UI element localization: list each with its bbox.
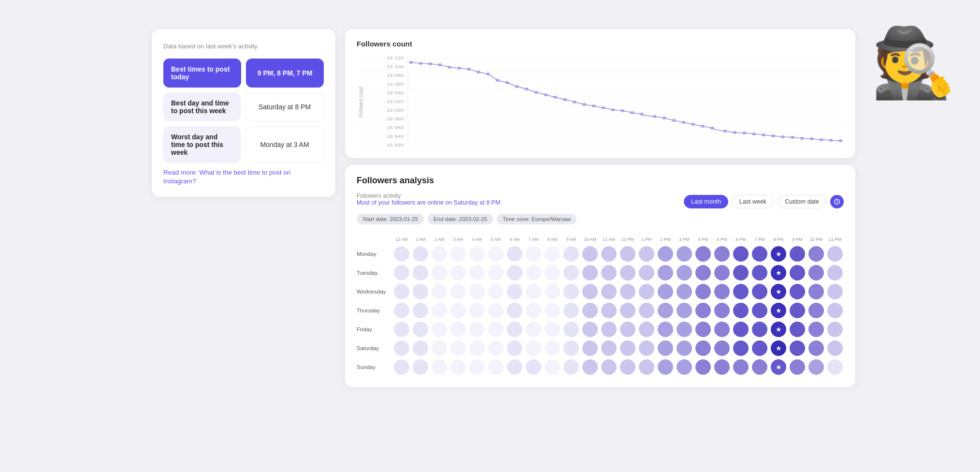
hour-label: 5 PM [713, 232, 731, 244]
filter-custom-date[interactable]: Custom date [778, 195, 826, 208]
svg-point-24 [496, 79, 500, 82]
heatmap-cell [733, 265, 749, 280]
best-times-today-label[interactable]: Best times to post today [163, 59, 241, 88]
heatmap-cell [394, 265, 409, 280]
heatmap-cell [394, 322, 409, 337]
heatmap-cell [808, 303, 824, 318]
svg-text:19 100: 19 100 [387, 64, 404, 69]
heatmap-cell [526, 246, 541, 262]
svg-point-40 [653, 115, 657, 118]
worst-day-label[interactable]: Worst day and time to post this week [163, 126, 241, 163]
heatmap-cell [714, 322, 730, 337]
heatmap-cell [450, 265, 466, 280]
heatmap-cell [639, 359, 654, 375]
heatmap-cell [620, 359, 635, 375]
svg-point-29 [544, 93, 548, 96]
heatmap-cell [507, 284, 522, 299]
heatmap-cell [677, 284, 692, 299]
heatmap-cell [488, 284, 504, 299]
heatmap-cell [469, 340, 485, 356]
heatmap-cell [413, 265, 428, 280]
heatmap-cell [620, 246, 635, 262]
svg-point-34 [592, 104, 596, 107]
heatmap-cell [639, 322, 654, 337]
svg-point-52 [771, 134, 775, 137]
heatmap-cell [545, 359, 560, 375]
heatmap-cell [620, 340, 635, 356]
heatmap-cell [695, 322, 711, 337]
heatmap-cell [582, 284, 598, 299]
detective-avatar: 🕵️ [871, 29, 956, 97]
heatmap-cell [714, 265, 730, 280]
heatmap-cell [488, 340, 504, 356]
hour-label: 8 PM [770, 232, 787, 244]
heatmap-cell: ★ [771, 322, 786, 337]
heatmap-cell [733, 246, 749, 262]
heatmap-cell [563, 359, 579, 375]
heatmap-cell [563, 322, 579, 337]
heatmap-cell [658, 322, 673, 337]
heatmap-cell [601, 265, 617, 280]
day-label: Sunday [357, 358, 391, 376]
heatmap-cell [563, 284, 579, 299]
svg-point-45 [701, 125, 705, 128]
heatmap-cell [620, 284, 635, 299]
best-day-row: Best day and time to post this week Satu… [163, 92, 324, 121]
read-more-link[interactable]: Read more: What is the best time to post… [163, 169, 290, 185]
clock-icon[interactable] [830, 195, 844, 208]
heatmap-cell [413, 322, 428, 337]
svg-text:19 020: 19 020 [387, 99, 404, 103]
heatmap-cell [507, 246, 522, 262]
heatmap-cell: ★ [771, 284, 786, 299]
svg-point-49 [742, 132, 746, 134]
svg-point-37 [620, 109, 624, 112]
hour-label: 2 PM [657, 232, 674, 244]
right-section: Followers count 19 120 19 100 19 080 [345, 29, 855, 387]
svg-text:19 000: 19 000 [387, 107, 404, 112]
heatmap-cell [394, 246, 409, 262]
svg-text:18 980: 18 980 [387, 116, 404, 121]
heatmap-cell [639, 340, 654, 356]
svg-point-44 [691, 123, 695, 126]
heatmap-cell [601, 246, 617, 262]
hour-label: 6 AM [506, 232, 523, 244]
svg-text:18 920: 18 920 [387, 142, 404, 147]
heatmap-cell [790, 284, 805, 299]
heatmap-cell [469, 359, 485, 375]
heatmap-cell [394, 284, 409, 299]
heatmap-cell [827, 340, 843, 356]
heatmap-cell [507, 303, 522, 318]
svg-point-19 [447, 66, 451, 69]
heatmap-cell [413, 246, 428, 262]
followers-chart-card: Followers count 19 120 19 100 19 080 [345, 29, 855, 158]
heatmap-cell [677, 246, 692, 262]
hour-label: 10 PM [807, 232, 825, 244]
svg-point-43 [681, 121, 685, 124]
heatmap-cell [790, 340, 805, 356]
hour-label: 9 PM [789, 232, 806, 244]
svg-point-55 [800, 137, 804, 140]
filter-last-month[interactable]: Last month [684, 195, 728, 208]
svg-text:19 120: 19 120 [387, 55, 404, 60]
heatmap-cell [582, 265, 598, 280]
heatmap-cell [677, 322, 692, 337]
heatmap-cell [677, 340, 692, 356]
heatmap-cell [394, 340, 409, 356]
heatmap-cell [620, 265, 635, 280]
heatmap-cell [601, 303, 617, 318]
best-day-label[interactable]: Best day and time to post this week [163, 92, 241, 121]
svg-point-33 [582, 103, 586, 106]
heatmap-cell [620, 303, 635, 318]
heatmap-cell [752, 340, 767, 356]
heatmap-cell [582, 340, 598, 356]
heatmap-cell [790, 303, 805, 318]
start-date-tag: Start date: 2023-01-25 [357, 214, 424, 224]
heatmap-cell [526, 265, 541, 280]
svg-point-57 [820, 138, 823, 141]
filter-last-week[interactable]: Last week [732, 195, 774, 208]
heatmap-cell [601, 284, 617, 299]
heatmap-cell [394, 303, 409, 318]
svg-point-46 [710, 127, 714, 130]
heatmap-cell: ★ [771, 340, 786, 356]
heatmap-cell [658, 303, 673, 318]
